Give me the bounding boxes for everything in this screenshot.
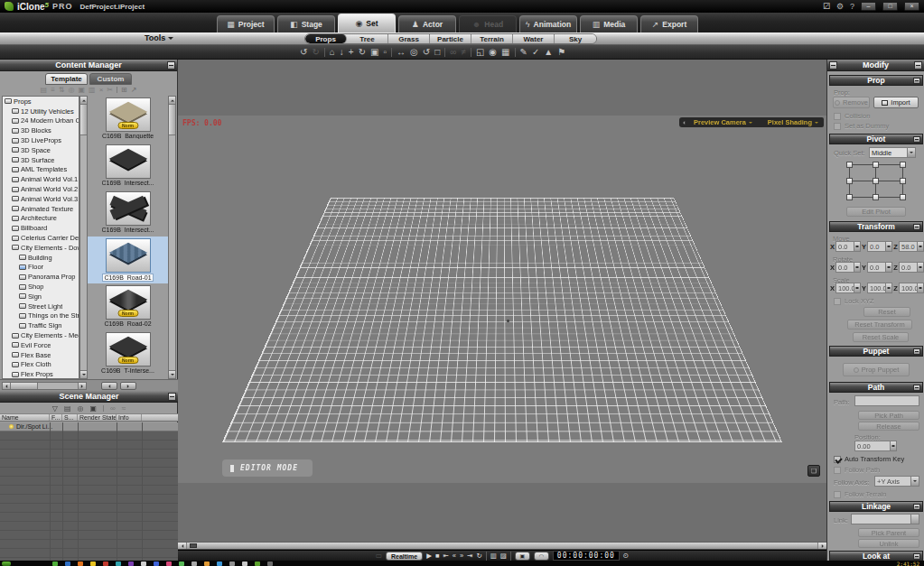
scrollbar-thumb[interactable] [11, 383, 38, 389]
subtab-props[interactable]: Props [305, 34, 347, 43]
go-first-button[interactable]: ⇤ [443, 552, 448, 561]
frame-all-icon[interactable]: □ [434, 46, 440, 59]
render-state-icon[interactable]: ▣ [90, 404, 98, 413]
export-image-icon[interactable]: ▲ [544, 46, 553, 59]
minimize-button[interactable]: – [861, 2, 876, 11]
taskbar-app-icon[interactable] [65, 561, 70, 566]
spinner-icon[interactable] [891, 441, 897, 451]
undo-icon[interactable]: ↺ [300, 46, 307, 59]
import-scene-icon[interactable]: ▤ [64, 404, 71, 413]
thumbnail-item[interactable]: NormC169B_Banquette [88, 96, 168, 143]
taskbar-app-icon[interactable] [103, 561, 108, 566]
tree-item[interactable]: Billboard [3, 223, 79, 233]
camera-view-icon[interactable]: ◉ [489, 46, 497, 59]
tree-item[interactable]: Things on the Street [3, 311, 79, 321]
tab-animation[interactable]: ϟAnimation [519, 15, 577, 32]
tree-item[interactable]: Shop [3, 282, 79, 292]
spinner-icon[interactable] [886, 241, 892, 252]
tree-item[interactable]: Animated Texture [3, 204, 79, 214]
taskbar-app-icon[interactable] [229, 561, 235, 566]
page-prev-button[interactable] [101, 382, 117, 390]
section-prop[interactable]: Prop [829, 75, 923, 86]
marquee-select-icon[interactable]: ▫ [384, 46, 387, 59]
collapse-panel-button[interactable] [829, 61, 837, 70]
section-transform[interactable]: Transform [829, 221, 923, 232]
tree-item[interactable]: 3D Blocks [3, 125, 79, 135]
taskbar-app-icon[interactable] [166, 561, 172, 566]
pivot-grid[interactable] [846, 162, 906, 201]
time-slider[interactable] [178, 542, 826, 550]
play-button[interactable]: ▶ [426, 552, 432, 561]
drop-to-floor-icon[interactable]: ↓ [340, 46, 344, 59]
scroll-right-icon[interactable] [78, 383, 86, 389]
rotate-y-field[interactable]: 0.0 [867, 262, 886, 273]
collapse-section-icon[interactable] [913, 136, 920, 143]
move-y-field[interactable]: 0.0 [867, 241, 886, 252]
subtab-terrain[interactable]: Terrain [471, 34, 513, 43]
full-screen-icon[interactable]: ▦ [501, 46, 509, 59]
tree-item[interactable]: 12 Utility Vehicles [3, 107, 79, 116]
spinner-icon[interactable] [918, 283, 924, 293]
spinner-icon[interactable] [886, 283, 892, 293]
subtab-water[interactable]: Water [513, 34, 555, 43]
filter-icon[interactable]: ▽ [52, 404, 58, 413]
thumbnail-item[interactable]: C169B_Intersect... [88, 190, 168, 237]
orbit-camera-icon[interactable]: ↺ [423, 46, 430, 59]
tree-item[interactable]: Architecture [3, 214, 79, 224]
tree-item[interactable]: Evil Force [3, 340, 79, 350]
tree-horizontal-scrollbar[interactable] [2, 382, 87, 390]
mini-viewport-icon[interactable]: ◱ [476, 46, 484, 59]
thumbnail-item[interactable]: C169B_Intersect... [88, 143, 168, 190]
tools-menu[interactable]: Tools [145, 33, 173, 42]
taskbar-app-icon[interactable] [116, 561, 121, 566]
thumbnail-item[interactable]: NormC169B_T-Interse... [88, 330, 168, 377]
scale-z-field[interactable]: 100.0 [899, 283, 918, 293]
tree-item[interactable]: Sign [3, 292, 79, 302]
add-folder-icon[interactable]: ⊞ [121, 86, 127, 95]
restore-button[interactable]: □ [882, 2, 898, 11]
spinner-icon[interactable] [854, 262, 861, 273]
tab-export[interactable]: ↗Export [640, 15, 698, 32]
taskbar-app-icon[interactable] [191, 561, 197, 566]
stop-button[interactable]: ■ [435, 552, 440, 561]
link-field[interactable] [851, 514, 911, 524]
record-button[interactable]: ▣ [515, 552, 530, 561]
go-last-button[interactable]: ⇥ [467, 552, 472, 561]
taskbar-app-icon[interactable] [217, 561, 222, 566]
tree-item[interactable]: 3D Surface [3, 155, 79, 165]
taskbar-app-icon[interactable] [52, 561, 58, 566]
subtab-sky[interactable]: Sky [555, 34, 596, 43]
tree-item[interactable]: Floor [3, 263, 79, 273]
thumbnail-item[interactable]: C169B_Road-01 [88, 237, 168, 283]
move-x-field[interactable]: 0.0 [835, 241, 854, 252]
time-setting-icon[interactable]: ⊙ [623, 552, 629, 561]
tree-item[interactable]: Street Light [3, 302, 79, 311]
taskbar-app-icon[interactable] [128, 561, 134, 566]
scroll-left-icon[interactable] [3, 383, 11, 389]
taskbar-app-icon[interactable] [141, 561, 146, 566]
tab-set[interactable]: ◉Set [338, 14, 396, 32]
rewind-button[interactable]: « [453, 552, 456, 561]
collapse-section-icon[interactable] [913, 553, 920, 560]
settings-gear-icon[interactable]: ⚙ [836, 2, 844, 11]
taskbar-app-icon[interactable] [267, 561, 273, 566]
export-content-icon[interactable]: ↗ [131, 86, 137, 95]
quick-set-dropdown[interactable]: Middle [869, 147, 916, 158]
tab-project[interactable]: ▦Project [217, 15, 275, 32]
tree-item[interactable]: 3D Space [3, 145, 79, 155]
move-tool-icon[interactable]: + [349, 46, 354, 59]
rotate-z-field[interactable]: 0.0 [899, 262, 918, 273]
scroll-down-icon[interactable] [169, 370, 175, 378]
viewport-3d[interactable]: FPS: 0.00 Preview Camera Pixel Shading E… [178, 60, 826, 542]
collapse-section-icon[interactable] [913, 504, 920, 510]
taskbar-app-icon[interactable] [255, 561, 260, 566]
forward-button[interactable]: » [460, 552, 463, 561]
move-z-field[interactable]: 58.0 [899, 241, 918, 252]
flag-icon[interactable]: ⚑ [557, 46, 565, 59]
section-pivot[interactable]: Pivot [829, 134, 923, 144]
camera-selector[interactable]: Preview Camera [694, 118, 752, 126]
scrollbar-thumb[interactable] [80, 105, 87, 135]
subtab-tree[interactable]: Tree [347, 34, 388, 43]
auto-transform-key-checkbox[interactable]: Auto Transform Key [834, 455, 904, 463]
spinner-icon[interactable] [918, 241, 924, 252]
